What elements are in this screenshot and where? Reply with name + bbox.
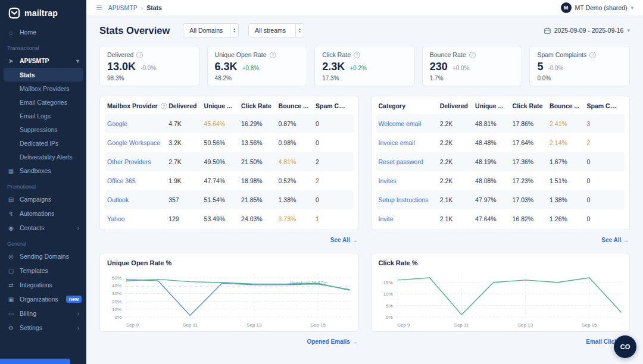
provider-link[interactable]: Google Workspace	[107, 139, 168, 146]
cell-unique-open: 48.81%	[475, 120, 513, 127]
account-menu[interactable]: M MT Demo (shared) ▾	[561, 2, 633, 13]
x-tick-label: Sep 11	[454, 322, 469, 328]
info-icon[interactable]: ?	[469, 52, 476, 58]
stat-card-label: Spam Complaints	[537, 51, 586, 58]
mailtrap-logo[interactable]: mailtrap	[0, 0, 86, 25]
stat-card-label: Delivered	[107, 51, 133, 58]
sidebar-subitem-stats[interactable]: Stats	[4, 68, 83, 81]
sidebar-subitem-mailbox-providers[interactable]: Mailbox Providers	[0, 81, 86, 95]
sidebar-section-general: General	[0, 235, 86, 249]
info-icon[interactable]: ?	[136, 52, 143, 58]
info-icon[interactable]: ?	[589, 52, 596, 58]
cell-spam: 0	[316, 139, 351, 146]
stat-card-bounce-rate: Bounce Rate ? 230 +0.0% 1.7%	[422, 46, 523, 86]
category-link[interactable]: Reset password	[379, 158, 440, 165]
cell-unique-open: 50.56%	[204, 139, 242, 146]
content: Stats Overview All Domains ▴▾ All stream…	[86, 16, 643, 364]
table-row: Invite 2.1K 47.64% 16.82% 1.26% 0	[376, 209, 625, 228]
table-row: Setup Instructions 2.1K 47.97% 17.03% 1.…	[376, 190, 625, 209]
sidebar-item-templates[interactable]: ▢ Templates	[0, 263, 86, 278]
breadcrumb-link-api-smtp[interactable]: API/SMTP	[108, 4, 138, 11]
provider-link[interactable]: Google	[107, 120, 168, 127]
breadcrumb-current: Stats	[146, 4, 162, 11]
sidebar-item-contacts[interactable]: ◉ Contacts ›	[0, 221, 86, 235]
stat-card-value: 6.3K	[215, 61, 238, 73]
y-tick-label: 5%	[386, 303, 393, 309]
cell-spam: 2	[316, 158, 351, 165]
sidebar-item-home[interactable]: ⌂ Home	[0, 25, 86, 39]
sidebar-item-label: Contacts	[20, 224, 44, 231]
cell-click-rate: 16.29%	[241, 120, 279, 127]
category-link[interactable]: Invite	[379, 215, 440, 222]
cell-delivered: 2.2K	[440, 139, 475, 146]
cell-bounce-rate: 0.98%	[279, 139, 316, 146]
sidebar-subitem-deliverability-alerts[interactable]: Deliverability Alerts	[0, 150, 86, 164]
cell-bounce-rate: 0.52%	[279, 177, 316, 184]
sidebar-subitem-email-categories[interactable]: Email Categories	[0, 95, 86, 109]
info-icon[interactable]: ?	[354, 52, 360, 58]
provider-link[interactable]: Yahoo	[107, 215, 168, 222]
column-header: Spam Co...	[587, 102, 622, 109]
page-title: Stats Overview	[99, 25, 170, 36]
streams-filter[interactable]: All streams ▴▾	[248, 23, 304, 37]
sidebar-subitem-suppressions[interactable]: Suppressions	[0, 123, 86, 136]
globe-icon: ◎	[7, 253, 15, 260]
stat-card-delivered: Delivered ? 13.0K -0.0% 98.3%	[99, 46, 200, 86]
cell-spam: 3	[587, 120, 622, 127]
sidebar-item-sandboxes[interactable]: ▦ Sandboxes	[0, 164, 86, 178]
provider-link[interactable]: Office 365	[107, 177, 168, 184]
domains-filter[interactable]: All Domains ▴▾	[183, 23, 239, 37]
sidebar-item-integrations[interactable]: ⇄ Integrations	[0, 278, 86, 292]
category-link[interactable]: Invites	[379, 177, 440, 184]
sidebar-section-promotional: Promotional	[0, 178, 86, 192]
stat-card-delta: -0.0%	[548, 65, 563, 71]
sidebar-item-label: Automations	[20, 210, 54, 217]
hamburger-menu-icon[interactable]: ☰	[96, 4, 102, 12]
breadcrumb: API/SMTP › Stats	[108, 4, 162, 11]
category-link[interactable]: Invoice email	[379, 139, 440, 146]
sidebar-item-automations[interactable]: ↯ Automations	[0, 206, 86, 221]
organization-icon: ▣	[7, 296, 15, 303]
table-row: Reset password 2.2K 48.19% 17.36% 1.67% …	[376, 152, 625, 171]
provider-link[interactable]: Other Providers	[107, 158, 168, 165]
category-link[interactable]: Welcome email	[379, 120, 440, 127]
cell-spam: 2	[587, 139, 622, 146]
category-link[interactable]: Setup Instructions	[379, 196, 440, 203]
chevron-down-icon: ▾	[630, 5, 633, 11]
cell-bounce-rate: 3.73%	[279, 215, 316, 222]
sidebar-item-billing[interactable]: ▭ Billing ›	[0, 306, 86, 321]
sidebar-item-organizations[interactable]: ▣ Organizations new	[0, 292, 86, 306]
y-tick-label: 40%	[112, 283, 121, 288]
cell-spam: 0	[316, 120, 351, 127]
sidebar-subitem-dedicated-ips[interactable]: Dedicated IPs	[0, 136, 86, 150]
see-all-categories-link[interactable]: See All →	[601, 237, 629, 243]
opened-emails-link[interactable]: Opened Emails →	[307, 338, 357, 345]
cell-unique-open: 47.74%	[204, 177, 242, 184]
sidebar-item-label: Organizations	[20, 296, 58, 303]
sidebar-item-campaigns[interactable]: ▤ Campaigns	[0, 192, 86, 206]
cell-spam: 0	[316, 196, 351, 203]
info-icon[interactable]: ?	[270, 52, 276, 58]
date-range-picker[interactable]: 2025-09-09 - 2025-09-16 ▾	[544, 27, 630, 34]
sidebar-item-sending-domains[interactable]: ◎ Sending Domains	[0, 249, 86, 263]
see-all-providers-link[interactable]: See All →	[330, 237, 358, 243]
chart-title: Click Rate %	[379, 259, 623, 266]
category-table-section: Category Delivered Unique ... Click Rate…	[371, 96, 630, 252]
sidebar-bottom-banner[interactable]	[0, 359, 70, 364]
mailtrap-logo-icon	[8, 7, 20, 19]
provider-link[interactable]: Outlook	[107, 196, 168, 203]
cell-bounce-rate: 1.26%	[550, 215, 587, 222]
account-name: MT Demo (shared)	[575, 4, 628, 11]
sidebar-item-api-smtp[interactable]: ➤ API/SMTP ▾	[0, 54, 86, 68]
chat-launcher[interactable]: CO	[614, 335, 636, 358]
cell-unique-open: 51.54%	[204, 196, 242, 203]
chevron-right-icon: ›	[77, 225, 79, 231]
sidebar-item-settings[interactable]: ⚙ Settings ›	[0, 321, 86, 335]
x-tick-label: Sep 9	[126, 322, 139, 328]
stepper-icon: ▴▾	[295, 24, 304, 37]
stat-card-sub-value: 48.2%	[215, 75, 300, 81]
sidebar-subitem-email-logs[interactable]: Email Logs	[0, 109, 86, 123]
cell-delivered: 2.1K	[440, 196, 475, 203]
info-icon[interactable]: ?	[161, 103, 167, 109]
logo-text: mailtrap	[24, 8, 58, 18]
